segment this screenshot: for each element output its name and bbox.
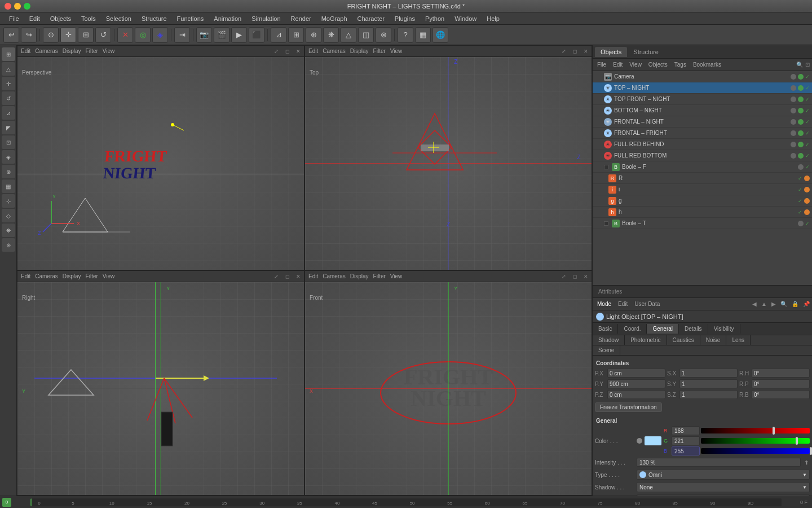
vp-front-view[interactable]: View: [390, 273, 403, 279]
coord-sx-val[interactable]: 1: [679, 369, 738, 378]
maximize-button[interactable]: [24, 3, 30, 10]
obj-item-bottom-night[interactable]: ☀ BOTTOM – NIGHT ✓: [593, 105, 812, 116]
obj-item-frontal-fright[interactable]: ☀ FRONTAL – FRIGHT ✓: [593, 128, 812, 139]
coord-sy-val[interactable]: 1: [679, 379, 738, 388]
viewport-perspective[interactable]: Edit Cameras Display Filter View ⤢ ◻ ✕: [17, 45, 304, 270]
intensity-spinner[interactable]: ⬆: [803, 459, 810, 466]
color-r-field[interactable]: 168: [672, 426, 700, 435]
render-button[interactable]: ▶: [231, 27, 247, 43]
attr-tab-coord[interactable]: Coord.: [618, 324, 647, 334]
vp-right-display[interactable]: Display: [63, 273, 81, 279]
attr-tab-noise[interactable]: Noise: [700, 335, 727, 345]
left-tool-10[interactable]: ▦: [2, 179, 15, 193]
filter-icon[interactable]: ⊡: [805, 62, 810, 68]
obj-tb-edit[interactable]: Edit: [611, 61, 625, 68]
attr-tab-general[interactable]: General: [647, 324, 679, 334]
tab-structure[interactable]: Structure: [628, 47, 664, 57]
left-tool-8[interactable]: ◈: [2, 150, 15, 164]
menu-file[interactable]: File: [5, 14, 24, 23]
shadow-dropdown[interactable]: None ▼: [637, 482, 810, 492]
color-b-field[interactable]: 255: [672, 446, 700, 456]
visible-light-dropdown[interactable]: None ▼: [637, 494, 810, 496]
y-axis-button[interactable]: ◎: [135, 27, 151, 43]
menu-window[interactable]: Window: [450, 14, 481, 23]
attr-tab-photometric[interactable]: Photometric: [625, 335, 667, 345]
attr-nav-forward[interactable]: ▶: [771, 301, 776, 307]
coord-rp-val[interactable]: 0°: [752, 379, 810, 388]
viewport-top[interactable]: Edit Cameras Display Filter View ⤢ ◻ ✕ Z…: [304, 45, 592, 270]
obj-item-full-red-behind[interactable]: ☀ FULL RED BEHIND ✓: [593, 139, 812, 150]
attr-tab-basic[interactable]: Basic: [593, 324, 618, 334]
left-tool-4[interactable]: ↺: [2, 91, 15, 105]
obj-item-boole-f[interactable]: B Boole – F ✓: [593, 161, 812, 173]
obj-item-boole-t[interactable]: B Boole – T ✓: [593, 218, 812, 229]
vp-perspective-view[interactable]: View: [103, 48, 115, 54]
color-g-field[interactable]: 221: [672, 436, 700, 445]
color-r-slider[interactable]: [701, 428, 810, 433]
obj-item-full-red-bottom[interactable]: ☀ FULL RED BOTTOM ✓: [593, 150, 812, 161]
attr-tab-scene[interactable]: Scene: [593, 345, 620, 355]
viewport-perspective-canvas[interactable]: FRIGHT NIGHT X Y Z: [17, 57, 304, 270]
color-b-slider[interactable]: [701, 448, 810, 454]
menu-objects[interactable]: Objects: [46, 14, 76, 23]
tab-objects[interactable]: Objects: [595, 47, 627, 57]
intensity-field[interactable]: 130 %: [637, 458, 801, 467]
vp-right-filter[interactable]: Filter: [86, 273, 98, 279]
left-tool-11[interactable]: ⊹: [2, 194, 15, 208]
obj-tb-view[interactable]: View: [627, 61, 644, 68]
attr-tab-visibility[interactable]: Visibility: [708, 324, 740, 334]
help-button[interactable]: ?: [398, 27, 413, 43]
z-axis-button[interactable]: ◈: [152, 27, 168, 43]
render-viewport-button[interactable]: 📷: [196, 27, 212, 43]
menu-edit[interactable]: Edit: [25, 14, 45, 23]
obj-item-camera[interactable]: 📷 Camera ✓: [593, 71, 812, 82]
left-tool-2[interactable]: △: [2, 62, 15, 76]
redo-button[interactable]: ↪: [21, 27, 37, 43]
background-button[interactable]: △: [341, 27, 356, 43]
vp-right-view[interactable]: View: [103, 273, 115, 279]
foreground-button[interactable]: ❋: [323, 27, 339, 43]
viewport-right[interactable]: Edit Cameras Display Filter View ⤢ ◻ ✕: [17, 270, 304, 496]
undo-button[interactable]: ↩: [3, 27, 19, 43]
vp-front-cameras[interactable]: Cameras: [323, 273, 346, 279]
object-axis-button[interactable]: ⇥: [174, 27, 190, 43]
menu-help[interactable]: Help: [482, 14, 504, 23]
stage-button[interactable]: ◫: [358, 27, 374, 43]
attr-tab-details[interactable]: Details: [679, 324, 708, 334]
vp-top-edit[interactable]: Edit: [308, 48, 318, 54]
vp-front-display[interactable]: Display: [350, 273, 369, 279]
left-tool-12[interactable]: ◇: [2, 209, 15, 222]
color-swatch[interactable]: [645, 436, 661, 445]
left-tool-3[interactable]: ✛: [2, 77, 15, 90]
left-tool-13[interactable]: ❋: [2, 224, 15, 237]
left-tool-6[interactable]: ◤: [2, 121, 15, 134]
minimize-button[interactable]: [14, 3, 21, 10]
vp-perspective-filter[interactable]: Filter: [86, 48, 98, 54]
attr-nav-back[interactable]: ◀: [752, 301, 757, 307]
attr-tab-lens[interactable]: Lens: [726, 335, 751, 345]
menu-character[interactable]: Character: [353, 14, 389, 23]
obj-item-r[interactable]: R R ✓: [593, 173, 812, 184]
menu-functions[interactable]: Functions: [173, 14, 209, 23]
x-axis-button[interactable]: ✕: [117, 27, 133, 43]
console-button[interactable]: ▦: [415, 27, 431, 43]
stop-render-button[interactable]: ⬛: [249, 27, 264, 43]
environment-button[interactable]: ⊕: [306, 27, 321, 43]
obj-item-i[interactable]: i i ✓: [593, 184, 812, 195]
menu-render[interactable]: Render: [286, 14, 316, 23]
attr-tb-edit[interactable]: Edit: [616, 300, 630, 308]
close-button[interactable]: [5, 3, 11, 10]
attr-search[interactable]: 🔍: [780, 301, 787, 307]
attr-pin[interactable]: 📌: [803, 301, 810, 307]
rotate-button[interactable]: ↺: [95, 27, 111, 43]
timeline-scrubber[interactable]: 0 0 5 10 15 20 25 30 35 40 45 50 55 60 6…: [0, 496, 812, 508]
menu-animation[interactable]: Animation: [209, 14, 246, 23]
vp-perspective-edit[interactable]: Edit: [21, 48, 30, 54]
attr-tab-caustics[interactable]: Caustics: [667, 335, 700, 345]
attr-tb-mode[interactable]: Mode: [595, 300, 614, 308]
vp-perspective-display[interactable]: Display: [63, 48, 81, 54]
vp-right-edit[interactable]: Edit: [21, 273, 30, 279]
attr-lock[interactable]: 🔒: [792, 301, 798, 307]
viewport-front-canvas[interactable]: FRIGHT NIGHT X Y Front: [305, 282, 592, 495]
vp-top-view[interactable]: View: [390, 48, 403, 54]
